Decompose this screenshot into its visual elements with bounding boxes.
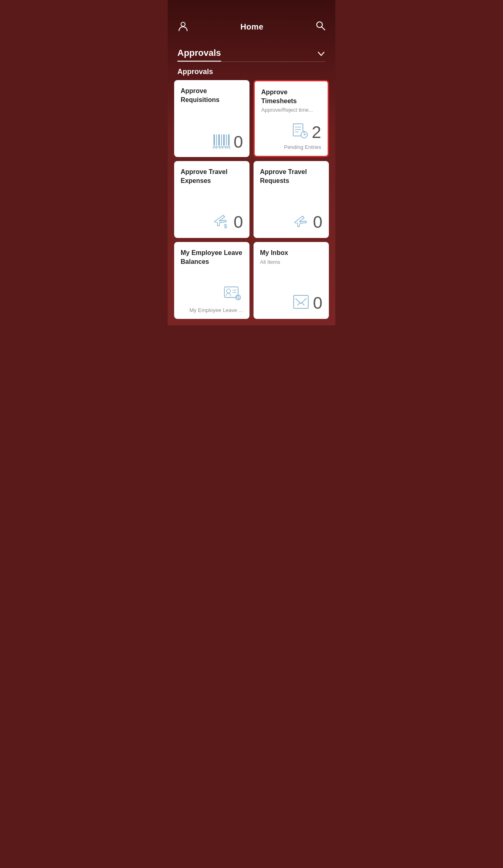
tile-title: Approve Timesheets (261, 88, 321, 105)
tile-title: My Employee Leave Balances (181, 248, 243, 266)
svg-rect-6 (221, 134, 222, 146)
tile-my-inbox[interactable]: My Inbox All Items 0 (254, 242, 329, 319)
tile-bottom: 0 (292, 293, 322, 313)
svg-rect-3 (213, 134, 215, 146)
profile-icon[interactable] (177, 20, 189, 33)
tile-approve-travel-expenses[interactable]: Approve Travel Expenses $ 0 (174, 161, 249, 238)
tile-bottom: 0 (292, 212, 322, 232)
svg-line-2 (322, 27, 325, 30)
chevron-down-icon[interactable] (317, 49, 326, 60)
tile-count: 0 (234, 134, 243, 151)
employee-icon (223, 284, 243, 306)
travel-expense-icon: $ (211, 212, 230, 232)
phone-container: Home Approvals Approvals Approve Requisi… (168, 0, 335, 325)
tile-bottom-wrap: 2 Pending Entries (261, 118, 321, 150)
barcode-icon (213, 133, 230, 151)
tile-subtitle: Approve/Reject time... (261, 107, 321, 114)
tile-approve-requisitions[interactable]: Approve Requisitions (174, 80, 249, 157)
svg-rect-13 (226, 147, 230, 149)
tile-bottom: 2 (291, 122, 321, 142)
tile-bottom-wrap: $ 0 (181, 208, 243, 232)
svg-rect-4 (216, 134, 217, 146)
sub-section-title: Approvals (168, 62, 335, 80)
tile-approve-timesheets[interactable]: Approve Timesheets Approve/Reject time..… (254, 80, 329, 157)
timesheet-icon (291, 122, 309, 142)
travel-icon (292, 212, 310, 232)
svg-point-0 (181, 22, 185, 26)
tile-count: 0 (313, 295, 322, 312)
tile-subtitle: All Items (260, 259, 322, 266)
tile-count: 0 (313, 214, 322, 231)
tiles-grid: Approve Requisitions (168, 80, 335, 325)
section-header[interactable]: Approvals (168, 40, 335, 62)
tile-employee-leave-balances[interactable]: My Employee Leave Balances (174, 242, 249, 319)
tile-caption: Pending Entries (284, 144, 321, 150)
svg-rect-11 (213, 147, 217, 149)
tile-bottom-wrap: 0 (260, 289, 322, 313)
inbox-icon (292, 293, 310, 313)
header: Home (168, 0, 335, 40)
header-title: Home (241, 22, 264, 32)
tile-title: Approve Requisitions (181, 87, 243, 104)
search-icon[interactable] (315, 20, 326, 33)
svg-rect-12 (220, 147, 223, 149)
tile-count: 2 (312, 124, 321, 141)
tile-bottom: 0 (213, 133, 243, 151)
svg-point-23 (226, 289, 230, 293)
svg-rect-9 (228, 134, 230, 146)
tile-bottom (223, 284, 243, 306)
tile-approve-travel-requests[interactable]: Approve Travel Requests 0 (254, 161, 329, 238)
tile-bottom-wrap: 0 (260, 208, 322, 232)
tile-bottom-wrap: My Employee Leave ... (181, 280, 243, 313)
tile-caption: My Employee Leave ... (190, 307, 243, 313)
tile-bottom: $ 0 (211, 212, 243, 232)
tile-count: 0 (234, 214, 243, 231)
svg-rect-5 (218, 134, 220, 146)
section-title: Approvals (177, 48, 221, 62)
svg-text:$: $ (224, 223, 227, 229)
svg-rect-29 (294, 295, 308, 308)
tile-title: Approve Travel Requests (260, 168, 322, 185)
tile-title: Approve Travel Expenses (181, 168, 243, 185)
tile-bottom-wrap: 0 (181, 129, 243, 151)
tile-title: My Inbox (260, 248, 322, 257)
svg-rect-7 (223, 134, 225, 146)
svg-rect-8 (226, 134, 227, 146)
